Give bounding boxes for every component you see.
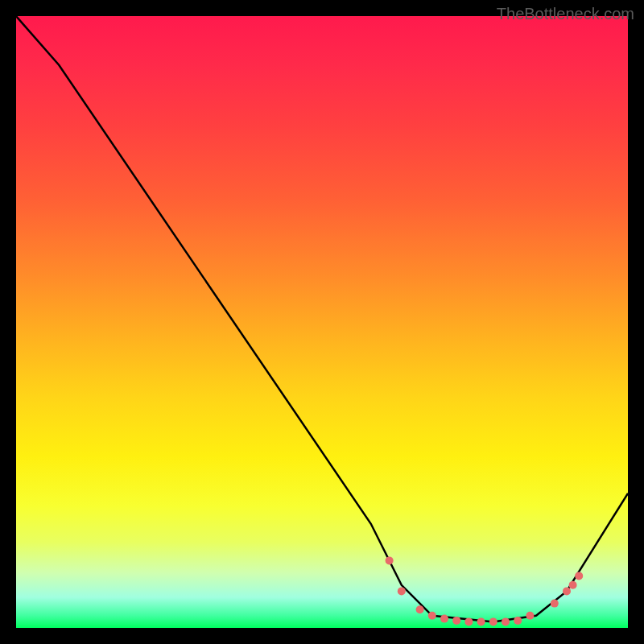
data-point: [398, 587, 406, 595]
data-point: [428, 612, 436, 620]
data-point: [464, 617, 473, 625]
data-point: [440, 615, 448, 623]
data-point: [563, 587, 571, 595]
chart-svg: [16, 16, 628, 628]
data-point: [526, 612, 534, 620]
data-point: [416, 605, 424, 613]
data-point: [452, 617, 460, 625]
data-point: [514, 617, 522, 625]
data-point: [502, 617, 510, 625]
watermark-text: TheBottleneck.com: [497, 5, 634, 23]
data-point: [489, 617, 497, 625]
data-point: [386, 556, 394, 564]
bottleneck-curve: [16, 16, 628, 621]
data-markers: [386, 556, 584, 625]
data-point: [575, 572, 583, 580]
data-point: [569, 581, 577, 589]
plot-area: [16, 16, 628, 628]
data-point: [477, 617, 485, 625]
data-point: [551, 600, 559, 608]
